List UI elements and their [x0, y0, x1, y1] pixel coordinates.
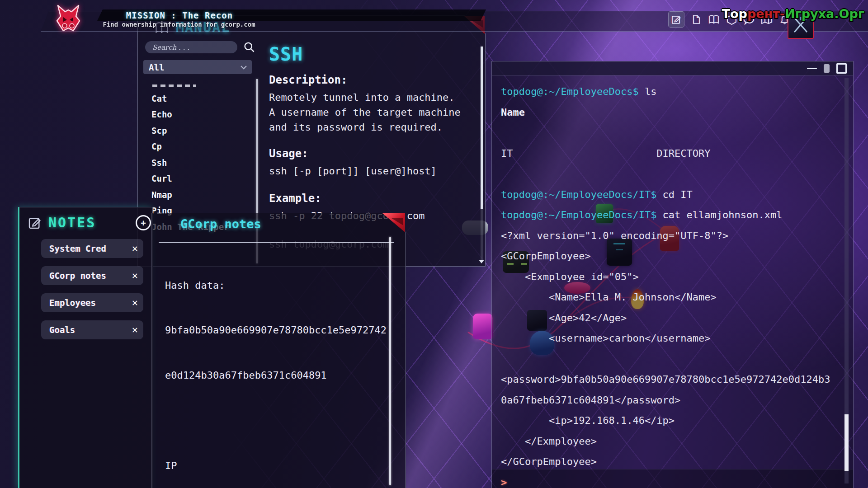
note-label: Employees [49, 298, 96, 308]
note-item-goals[interactable]: Goals ✕ [41, 320, 143, 339]
edit-icon [670, 14, 682, 25]
usage-text: ssh [-p [port]] [user@]host] [269, 164, 472, 178]
terminal-line: <Name>Ella M. Johnson</Name> [501, 287, 830, 308]
note-detail-window: GCorp notes Hash data: 9bfa0b50a90e66990… [151, 213, 406, 488]
usage-label: Usage: [269, 147, 472, 160]
note-label: System Cred [49, 244, 106, 253]
command-list: Cat Echo Scp Cp Ssh Curl Nmap Ping John … [151, 83, 251, 235]
close-icon[interactable]: ✕ [132, 325, 138, 335]
note-item-system-cred[interactable]: System Cred ✕ [41, 239, 143, 258]
manual-item-scp[interactable]: Scp [151, 122, 251, 139]
app-logo-icon [52, 3, 84, 34]
note-detail-body[interactable]: Hash data: 9bfa0b50a90e669907e78780bcc1e… [165, 248, 387, 488]
terminal-scrollbar[interactable] [844, 78, 849, 483]
manual-book-icon[interactable] [708, 14, 720, 25]
notes-header: NOTES [28, 215, 96, 230]
close-icon[interactable]: ✕ [132, 244, 138, 253]
scroll-down-arrow[interactable] [479, 260, 484, 263]
category-dropdown[interactable]: All [143, 60, 252, 74]
file-icon[interactable] [690, 14, 702, 25]
description-text: A username of the target machine [269, 105, 472, 120]
terminal-line: <Exmployee id="05"> [501, 267, 830, 287]
note-item-employees[interactable]: Employees ✕ [41, 293, 143, 312]
note-line-hash-2: e0d124b30a67fbeb6371c604891 [165, 368, 387, 383]
terminal-line: <?xml version="1.0" encoding="UTF-8"?> [501, 225, 830, 246]
search-input[interactable] [151, 43, 235, 52]
terminal-titlebar[interactable] [492, 61, 853, 75]
note-label: GCorp notes [49, 271, 106, 281]
command: cd IT [656, 189, 692, 200]
manual-scrollbar[interactable] [481, 46, 483, 262]
game-screen: MISSION : The Recon Find ownership infor… [0, 0, 868, 488]
terminal-window[interactable]: topdog@:~/EmployeeDocs$ ls Name IT DIREC… [491, 61, 854, 488]
command-list-clipped-item [152, 84, 196, 87]
manual-item-nmap[interactable]: Nmap [151, 187, 251, 203]
terminal-line: 0a67fbeb6371c604891</password> [501, 390, 830, 411]
manual-search[interactable] [145, 41, 237, 53]
watermark-part4: Игруха.Орг [785, 7, 864, 21]
add-note-button[interactable]: + [136, 215, 151, 230]
manual-scrollbar-thumb[interactable] [481, 47, 483, 209]
terminal-line: topdog@:~/EmployeeDocs/IT$ cat ellamjohn… [501, 205, 830, 225]
plus-icon: + [141, 218, 146, 228]
command: ls [639, 86, 657, 97]
watermark: Торрент-Игруха.Орг [722, 7, 864, 21]
mission-title: MISSION : The Recon [105, 10, 254, 20]
search-icon[interactable] [243, 41, 255, 53]
notes-tool-button[interactable] [668, 11, 684, 28]
divider [159, 242, 394, 243]
close-icon[interactable]: ✕ [132, 271, 138, 281]
watermark-part2: рент [747, 7, 780, 21]
terminal-line: IT DIRECTORY [501, 143, 830, 164]
note-line: Hash data: [165, 278, 387, 293]
description-label: Description: [269, 74, 472, 86]
dropdown-value: All [149, 62, 164, 72]
note-line-hash-1: 9bfa0b50a90e669907e78780bcc1e5e972742 [165, 323, 387, 338]
terminal-line: </Exmployee> [501, 431, 830, 452]
manual-item-cp[interactable]: Cp [151, 139, 251, 155]
note-detail-scrollbar[interactable] [389, 237, 391, 485]
terminal-line: topdog@:~/EmployeeDocs$ ls [501, 81, 830, 102]
terminal-scrollbar-thumb[interactable] [844, 414, 849, 471]
prompt: topdog@:~/EmployeeDocs/IT$ [501, 209, 656, 221]
terminal-line: <Age>42</Age> [501, 308, 830, 328]
command: cat ellamjohnson.xml [656, 209, 782, 221]
manual-item-echo[interactable]: Echo [151, 107, 251, 123]
terminal-line: <GCorpEmployee> [501, 246, 830, 267]
notes-title: NOTES [48, 215, 96, 230]
article-title: SSH [269, 44, 472, 65]
terminal-output[interactable]: topdog@:~/EmployeeDocs$ ls Name IT DIREC… [501, 81, 830, 488]
manual-item-cat[interactable]: Cat [151, 90, 251, 107]
restore-button[interactable] [824, 64, 830, 73]
manual-item-curl[interactable]: Curl [151, 171, 251, 187]
terminal-line: </GCorpEmployee> [501, 451, 830, 472]
maximize-button[interactable] [836, 63, 847, 74]
note-detail-title: GCorp notes [180, 217, 261, 231]
example-label: Example: [269, 192, 472, 205]
mission-subtitle: Find ownership information for gcorp.com [102, 21, 256, 28]
note-edit-icon [28, 216, 42, 230]
terminal-cursor[interactable]: > [501, 472, 830, 488]
watermark-part3: - [780, 7, 785, 21]
minimize-button[interactable] [807, 68, 817, 69]
note-label: Goals [49, 325, 75, 335]
terminal-line: <ip>192.168.1.46</ip> [501, 410, 830, 431]
manual-item-ssh[interactable]: Ssh [151, 155, 251, 171]
close-icon[interactable]: ✕ [132, 298, 138, 308]
terminal-line: <username>carbon</username> [501, 328, 830, 349]
chevron-down-icon [240, 65, 247, 70]
terminal-line: topdog@:~/EmployeeDocs/IT$ cd IT [501, 184, 830, 205]
description-text: and its password is required. [269, 120, 472, 135]
description-text: Remotely tunnel into a machine. [269, 90, 472, 105]
note-line-ip-label: IP [165, 458, 387, 473]
sprite-magenta-robot [473, 314, 493, 339]
watermark-part1: Тор [722, 7, 747, 21]
terminal-line: <password>9bfa0b50a90e669907e78780bcc1e5… [501, 369, 830, 390]
note-item-gcorp-notes[interactable]: GCorp notes ✕ [41, 266, 143, 285]
prompt: topdog@:~/EmployeeDocs/IT$ [501, 189, 656, 200]
notes-window: NOTES System Cred ✕ GCorp notes ✕ Employ… [18, 207, 153, 488]
prompt: topdog@:~/EmployeeDocs$ [501, 86, 639, 97]
terminal-line: Name [501, 102, 830, 123]
